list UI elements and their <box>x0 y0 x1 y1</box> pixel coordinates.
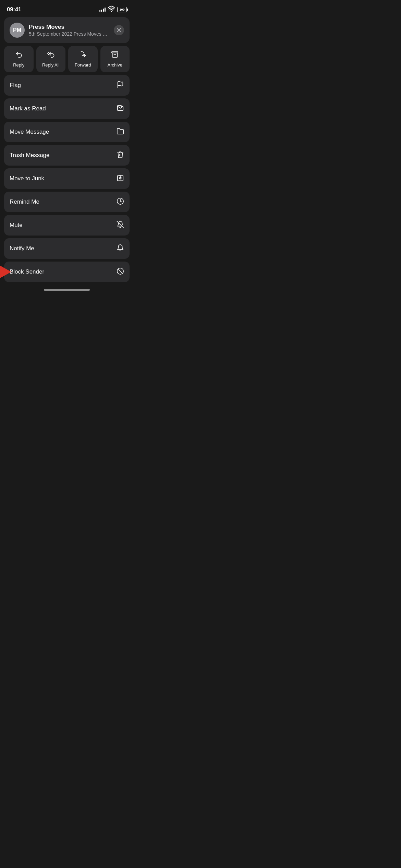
mute-label: Mute <box>10 222 23 229</box>
reply-all-button[interactable]: Reply All <box>36 46 66 72</box>
block-icon <box>117 267 124 276</box>
svg-rect-1 <box>112 52 118 53</box>
mute-bell-icon <box>117 221 124 230</box>
move-message-label: Move Message <box>10 129 49 135</box>
reply-icon <box>15 51 23 60</box>
svg-point-0 <box>111 11 112 12</box>
main-container: PM Press Moves 5th September 2022 Press … <box>0 17 134 282</box>
reply-all-label: Reply All <box>42 62 60 68</box>
flag-icon <box>117 81 124 90</box>
wifi-icon <box>108 5 115 14</box>
flag-menu-item[interactable]: Flag <box>4 75 130 96</box>
mark-as-read-label: Mark as Read <box>10 105 46 112</box>
notify-me-label: Notify Me <box>10 245 34 252</box>
reply-all-icon <box>47 51 54 60</box>
archive-button[interactable]: Archive <box>100 46 130 72</box>
notify-me-menu-item[interactable]: Notify Me <box>4 238 130 259</box>
home-indicator <box>0 282 134 294</box>
remind-me-label: Remind Me <box>10 198 39 205</box>
quick-actions: Reply Reply All Forward <box>4 46 130 72</box>
avatar: PM <box>10 23 25 38</box>
mute-menu-item[interactable]: Mute <box>4 215 130 236</box>
block-sender-menu-item[interactable]: Block Sender <box>4 262 130 282</box>
email-preview: 5th September 2022 Press Moves USA & Can… <box>29 31 110 37</box>
reply-label: Reply <box>13 62 24 68</box>
status-icons: 100 <box>99 5 127 14</box>
archive-label: Archive <box>108 62 122 68</box>
status-time: 09:41 <box>7 6 21 13</box>
reply-button[interactable]: Reply <box>4 46 34 72</box>
remind-me-menu-item[interactable]: Remind Me <box>4 192 130 212</box>
forward-label: Forward <box>75 62 91 68</box>
mark-as-read-menu-item[interactable]: Mark as Read <box>4 98 130 119</box>
email-sender: Press Moves <box>29 24 110 31</box>
forward-button[interactable]: Forward <box>68 46 98 72</box>
battery-icon: 100 <box>117 7 127 12</box>
status-bar: 09:41 100 <box>0 0 134 17</box>
trash-message-menu-item[interactable]: Trash Message <box>4 145 130 166</box>
svg-line-11 <box>117 221 124 228</box>
trash-message-label: Trash Message <box>10 152 50 159</box>
email-info: Press Moves 5th September 2022 Press Mov… <box>29 24 110 37</box>
block-sender-label: Block Sender <box>10 268 44 275</box>
bell-icon <box>117 244 124 253</box>
close-button[interactable] <box>114 25 124 35</box>
mark-as-read-icon <box>117 104 124 113</box>
clock-icon <box>117 197 124 206</box>
svg-line-13 <box>118 269 123 274</box>
archive-icon <box>111 51 119 60</box>
flag-label: Flag <box>10 82 21 89</box>
email-header-card: PM Press Moves 5th September 2022 Press … <box>4 17 130 43</box>
junk-icon <box>117 174 124 183</box>
signal-icon <box>99 8 106 12</box>
menu-section: Flag Mark as Read Move Mes <box>4 75 130 282</box>
forward-icon <box>79 51 87 60</box>
folder-icon <box>117 128 124 136</box>
trash-icon <box>117 151 124 160</box>
move-message-menu-item[interactable]: Move Message <box>4 122 130 142</box>
move-to-junk-menu-item[interactable]: Move to Junk <box>4 168 130 189</box>
home-bar <box>44 289 90 291</box>
move-to-junk-label: Move to Junk <box>10 175 44 182</box>
